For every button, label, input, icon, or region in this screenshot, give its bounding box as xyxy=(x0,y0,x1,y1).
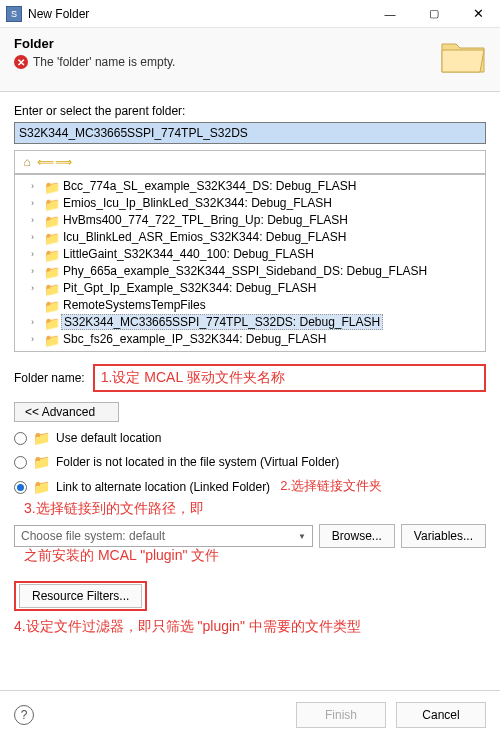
resource-filters-button[interactable]: Resource Filters... xyxy=(19,584,142,608)
tree-item[interactable]: ›📁Phy_665a_example_S32K344_SSPI_Sideband… xyxy=(17,262,483,279)
parent-folder-label: Enter or select the parent folder: xyxy=(14,104,486,118)
radio-icon xyxy=(14,481,27,494)
big-folder-icon xyxy=(440,36,486,79)
expand-icon[interactable]: › xyxy=(31,215,41,225)
radio-icon xyxy=(14,432,27,445)
tree-item[interactable]: ›📁RemoteSystemsTempFiles xyxy=(17,296,483,313)
link-path-row: Choose file system: default ▼ Browse... … xyxy=(14,524,486,548)
folder-icon: 📁 xyxy=(44,350,58,353)
help-icon[interactable]: ? xyxy=(14,705,34,725)
folder-icon: 📁 xyxy=(44,316,58,328)
tree-item-label: S32K344_MC33665SSPI_774TPL_S32DS: Debug_… xyxy=(61,314,383,330)
folder-icon: 📁 xyxy=(44,333,58,345)
annotation-4: 4.设定文件过滤器，即只筛选 "plugin" 中需要的文件类型 xyxy=(14,617,486,637)
radio-virtual-folder[interactable]: 📁 Folder is not located in the file syst… xyxy=(14,454,486,470)
folder-name-input[interactable]: 1.设定 MCAL 驱动文件夹名称 xyxy=(93,364,486,392)
error-icon: ✕ xyxy=(14,55,28,69)
variables-button[interactable]: Variables... xyxy=(401,524,486,548)
maximize-button[interactable]: ▢ xyxy=(412,0,456,28)
expand-icon[interactable]: › xyxy=(31,283,41,293)
folder-icon: 📁 xyxy=(44,180,58,192)
tree-item-label: Icu_BlinkLed_ASR_Emios_S32K344: Debug_FL… xyxy=(61,230,349,244)
tree-item[interactable]: ›📁S32K344_MC33665SSPI_774TPL_S32DS: Debu… xyxy=(17,313,483,330)
chevron-down-icon: ▼ xyxy=(298,532,306,541)
tree-item[interactable]: ›📁Sbc_fs26_example_IP_S32K344: Debug_FLA… xyxy=(17,330,483,347)
banner-heading: Folder xyxy=(14,36,486,51)
tree-item-label: Sbc_fs26_example_IP_S32K344: Debug_FLASH xyxy=(61,332,329,346)
radio-icon xyxy=(14,456,27,469)
footer: ? Finish Cancel xyxy=(0,690,500,738)
tree-item-label: Emios_Icu_Ip_BlinkLed_S32K344: Debug_FLA… xyxy=(61,196,334,210)
back-icon[interactable]: ⟸ xyxy=(37,154,53,170)
app-icon: S xyxy=(6,6,22,22)
window-title: New Folder xyxy=(28,7,368,21)
home-icon[interactable]: ⌂ xyxy=(19,154,35,170)
titlebar: S New Folder — ▢ ✕ xyxy=(0,0,500,28)
parent-folder-input[interactable] xyxy=(14,122,486,144)
banner: Folder ✕ The 'folder' name is empty. xyxy=(0,28,500,92)
resource-filters-highlight: Resource Filters... xyxy=(14,581,147,611)
tree-item-label: Bcc_774a_SL_example_S32K344_DS: Debug_FL… xyxy=(61,179,359,193)
expand-icon[interactable]: › xyxy=(31,351,41,353)
radio-label: Folder is not located in the file system… xyxy=(56,455,339,469)
expand-icon[interactable]: › xyxy=(31,249,41,259)
folder-icon: 📁 xyxy=(44,282,58,294)
folder-icon: 📁 xyxy=(33,430,50,446)
folder-icon: 📁 xyxy=(33,454,50,470)
folder-icon: 📁 xyxy=(44,299,58,311)
folder-icon: 📁 xyxy=(33,479,50,495)
annotation-3b: 之前安装的 MCAL "plugin" 文件 xyxy=(14,547,486,565)
cancel-button[interactable]: Cancel xyxy=(396,702,486,728)
banner-error-text: The 'folder' name is empty. xyxy=(33,55,175,69)
radio-label: Use default location xyxy=(56,431,161,445)
tree-item[interactable]: ›📁LittleGaint_S32K344_440_100: Debug_FLA… xyxy=(17,245,483,262)
tree-item-label: RemoteSystemsTempFiles xyxy=(61,298,208,312)
folder-icon: 📁 xyxy=(44,214,58,226)
filesystem-combo[interactable]: Choose file system: default ▼ xyxy=(14,525,313,547)
tree-item-label: Spi_Transfer_S32K344: Debug_FLASH xyxy=(61,349,277,353)
tree-item-label: Phy_665a_example_S32K344_SSPI_Sideband_D… xyxy=(61,264,429,278)
path-toolbar: ⌂ ⟸ ⟹ xyxy=(14,150,486,174)
radio-default-location[interactable]: 📁 Use default location xyxy=(14,430,486,446)
tree-item[interactable]: ›📁Icu_BlinkLed_ASR_Emios_S32K344: Debug_… xyxy=(17,228,483,245)
browse-button[interactable]: Browse... xyxy=(319,524,395,548)
radio-linked-folder[interactable]: 📁 Link to alternate location (Linked Fol… xyxy=(14,478,486,496)
expand-icon[interactable]: › xyxy=(31,198,41,208)
tree-item-label: LittleGaint_S32K344_440_100: Debug_FLASH xyxy=(61,247,316,261)
finish-button[interactable]: Finish xyxy=(296,702,386,728)
folder-icon: 📁 xyxy=(44,248,58,260)
combo-text: Choose file system: default xyxy=(21,529,165,543)
tree-item[interactable]: ›📁Emios_Icu_Ip_BlinkLed_S32K344: Debug_F… xyxy=(17,194,483,211)
tree-item-label: Pit_Gpt_Ip_Example_S32K344: Debug_FLASH xyxy=(61,281,319,295)
annotation-1: 1.设定 MCAL 驱动文件夹名称 xyxy=(101,369,285,387)
expand-icon[interactable]: › xyxy=(31,334,41,344)
tree-item-label: HvBms400_774_722_TPL_Bring_Up: Debug_FLA… xyxy=(61,213,350,227)
expand-icon[interactable]: › xyxy=(31,266,41,276)
close-button[interactable]: ✕ xyxy=(456,0,500,28)
content: Enter or select the parent folder: ⌂ ⟸ ⟹… xyxy=(0,92,500,637)
tree-item[interactable]: ›📁HvBms400_774_722_TPL_Bring_Up: Debug_F… xyxy=(17,211,483,228)
minimize-button[interactable]: — xyxy=(368,0,412,28)
annotation-3a: 3.选择链接到的文件路径，即 xyxy=(14,500,486,518)
expand-icon[interactable]: › xyxy=(31,317,41,327)
expand-icon[interactable]: › xyxy=(31,232,41,242)
tree-item[interactable]: ›📁Spi_Transfer_S32K344: Debug_FLASH xyxy=(17,347,483,352)
folder-icon: 📁 xyxy=(44,197,58,209)
folder-name-label: Folder name: xyxy=(14,371,85,385)
banner-error-row: ✕ The 'folder' name is empty. xyxy=(14,55,486,69)
folder-name-row: Folder name: 1.设定 MCAL 驱动文件夹名称 xyxy=(14,364,486,392)
annotation-2: 2.选择链接文件夹 xyxy=(280,477,382,495)
project-tree[interactable]: ›📁Bcc_774a_SL_example_S32K344_DS: Debug_… xyxy=(14,174,486,352)
folder-icon: 📁 xyxy=(44,231,58,243)
advanced-button[interactable]: << Advanced xyxy=(14,402,119,422)
forward-icon[interactable]: ⟹ xyxy=(55,154,71,170)
expand-icon[interactable]: › xyxy=(31,181,41,191)
radio-label: Link to alternate location (Linked Folde… xyxy=(56,480,270,494)
tree-item[interactable]: ›📁Pit_Gpt_Ip_Example_S32K344: Debug_FLAS… xyxy=(17,279,483,296)
tree-item[interactable]: ›📁Bcc_774a_SL_example_S32K344_DS: Debug_… xyxy=(17,177,483,194)
folder-icon: 📁 xyxy=(44,265,58,277)
